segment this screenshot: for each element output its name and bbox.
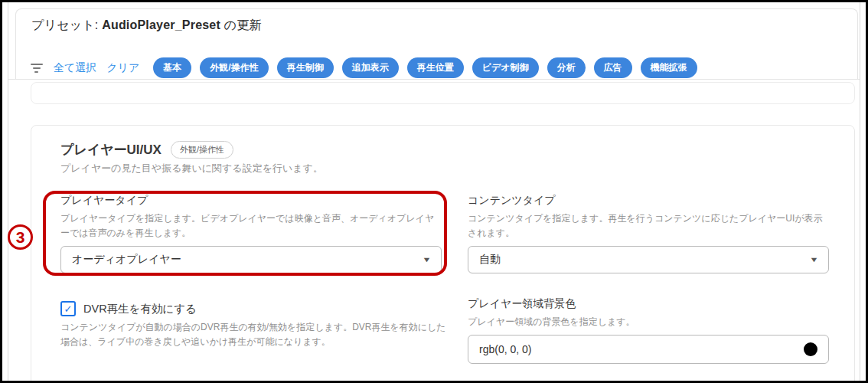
bg-color-input[interactable]: rgb(0, 0, 0) <box>468 335 829 364</box>
content-type-label: コンテンツタイプ <box>468 194 829 208</box>
bg-color-label: プレイヤー領域背景色 <box>468 297 829 311</box>
filter-toolbar: 全て選択 クリア 基本 外観/操作性 再生制御 追加表示 再生位置 ビデオ制御 … <box>30 57 697 78</box>
chip-extensions[interactable]: 機能拡張 <box>641 57 697 78</box>
section-title: プレイヤーUI/UX <box>60 141 162 159</box>
player-type-description: プレイヤータイプを指定します。ビデオプレイヤーでは映像と音声、オーディオプレイヤ… <box>60 211 442 241</box>
player-type-select[interactable]: オーディオプレイヤー ▼ <box>60 246 442 273</box>
chevron-down-icon: ▼ <box>422 256 431 264</box>
section-description: プレイヤーの見た目や振る舞いに関する設定を行います。 <box>60 162 323 175</box>
player-type-value: オーディオプレイヤー <box>72 253 181 267</box>
previous-settings-card-partial <box>31 82 855 104</box>
chip-additional-display[interactable]: 追加表示 <box>342 57 399 78</box>
page-right-edge <box>860 2 860 381</box>
bg-color-field: プレイヤー領域背景色 プレイヤー領域の背景色を指定します。 rgb(0, 0, … <box>468 297 829 364</box>
section-category-badge: 外観/操作性 <box>171 141 233 159</box>
chip-basic[interactable]: 基本 <box>153 57 191 78</box>
chip-playback-position[interactable]: 再生位置 <box>407 57 464 78</box>
player-type-label: プレイヤータイプ <box>60 194 442 208</box>
page-left-edge <box>8 2 8 381</box>
annotation-number-text: 3 <box>16 228 25 247</box>
dvr-description: コンテンツタイプが自動の場合のDVR再生の有効/無効を指定します。DVR再生を有… <box>60 320 448 349</box>
content-type-value: 自動 <box>479 253 501 267</box>
title-prefix: プリセット: <box>31 18 102 31</box>
dvr-checkbox-row: ✓ DVR再生を有効にする <box>60 301 448 316</box>
checkmark-icon: ✓ <box>64 303 73 315</box>
clear-link[interactable]: クリア <box>106 61 139 75</box>
color-swatch <box>804 342 817 356</box>
section-header: プレイヤーUI/UX 外観/操作性 <box>60 141 233 159</box>
filter-list-icon <box>30 64 43 73</box>
category-chips: 基本 外観/操作性 再生制御 追加表示 再生位置 ビデオ制御 分析 広告 機能拡… <box>153 57 697 78</box>
chip-appearance[interactable]: 外観/操作性 <box>200 57 268 78</box>
chip-video-control[interactable]: ビデオ制御 <box>472 57 539 78</box>
select-all-link[interactable]: 全て選択 <box>54 61 96 75</box>
chevron-down-icon: ▼ <box>809 256 818 264</box>
annotation-number-3: 3 <box>8 224 33 250</box>
preset-update-dialog: プリセット: AudioPlayer_Preset の更新 全て選択 クリア 基… <box>0 0 868 383</box>
title-suffix: の更新 <box>220 18 262 31</box>
dvr-label: DVR再生を有効にする <box>83 302 197 316</box>
dvr-field: ✓ DVR再生を有効にする コンテンツタイプが自動の場合のDVR再生の有効/無効… <box>60 301 448 349</box>
chip-playback-control[interactable]: 再生制御 <box>277 57 334 78</box>
player-type-field: プレイヤータイプ プレイヤータイプを指定します。ビデオプレイヤーでは映像と音声、… <box>60 194 442 273</box>
page-title: プリセット: AudioPlayer_Preset の更新 <box>31 18 262 34</box>
dvr-checkbox[interactable]: ✓ <box>60 301 76 316</box>
content-type-select[interactable]: 自動 ▼ <box>468 246 829 273</box>
preset-name: AudioPlayer_Preset <box>102 18 220 31</box>
content-type-description: コンテンツタイプを指定します。再生を行うコンテンツに応じたプレイヤーUIが表示さ… <box>468 211 829 241</box>
chip-analytics[interactable]: 分析 <box>547 57 586 78</box>
chip-ads[interactable]: 広告 <box>594 57 632 78</box>
content-type-field: コンテンツタイプ コンテンツタイプを指定します。再生を行うコンテンツに応じたプレ… <box>468 194 829 273</box>
header-divider <box>8 79 860 80</box>
bg-color-description: プレイヤー領域の背景色を指定します。 <box>468 315 829 329</box>
bg-color-value: rgb(0, 0, 0) <box>479 343 531 355</box>
